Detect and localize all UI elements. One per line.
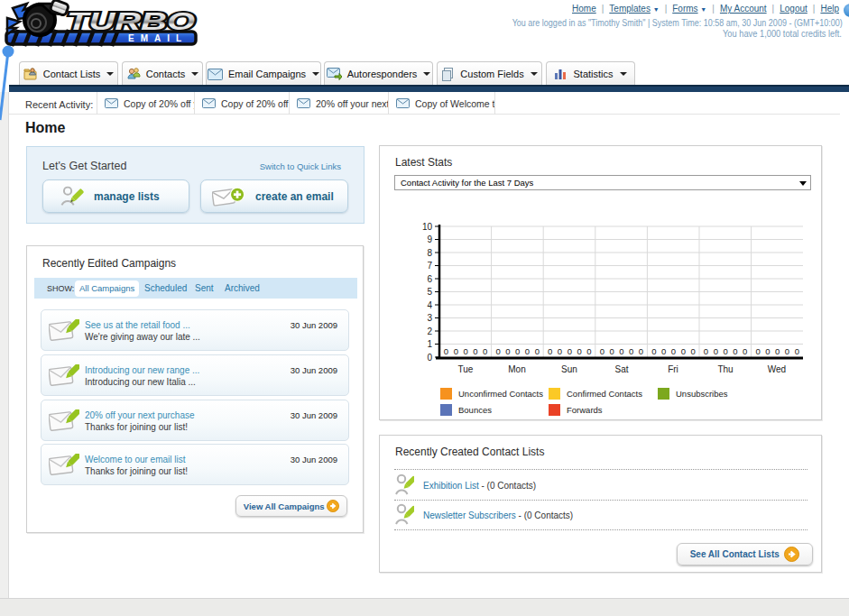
svg-text:0: 0 (463, 346, 467, 356)
svg-text:0: 0 (600, 346, 604, 356)
svg-text:8: 8 (427, 248, 432, 258)
svg-text:Sat: Sat (614, 364, 628, 374)
svg-text:0: 0 (661, 346, 666, 356)
svg-text:0: 0 (690, 346, 695, 356)
svg-text:4: 4 (427, 300, 432, 310)
svg-text:0: 0 (577, 346, 581, 356)
svg-text:0: 0 (535, 346, 540, 356)
svg-text:0: 0 (765, 346, 770, 356)
svg-text:0: 0 (515, 346, 520, 356)
svg-text:Wed: Wed (768, 364, 786, 374)
svg-text:2: 2 (427, 326, 432, 336)
svg-text:0: 0 (723, 346, 727, 356)
svg-text:10: 10 (422, 222, 433, 232)
svg-text:0: 0 (651, 346, 656, 356)
svg-text:0: 0 (785, 346, 789, 356)
svg-text:Sun: Sun (561, 364, 577, 374)
svg-text:0: 0 (586, 346, 591, 356)
svg-text:3: 3 (427, 313, 432, 323)
svg-text:TURBO: TURBO (67, 8, 195, 35)
svg-text:0: 0 (733, 346, 737, 356)
svg-text:0: 0 (444, 346, 448, 356)
svg-text:0: 0 (714, 346, 718, 356)
svg-text:0: 0 (775, 346, 780, 356)
svg-text:0: 0 (639, 346, 643, 356)
svg-text:0: 0 (704, 346, 708, 356)
svg-text:Unsubscribes: Unsubscribes (676, 389, 728, 399)
svg-text:0: 0 (495, 346, 500, 356)
svg-text:1: 1 (427, 339, 432, 349)
svg-text:0: 0 (427, 353, 432, 363)
svg-text:0: 0 (629, 346, 633, 356)
svg-text:0: 0 (483, 346, 487, 356)
svg-text:5: 5 (427, 287, 432, 297)
svg-text:0: 0 (609, 346, 614, 356)
svg-text:0: 0 (671, 346, 676, 356)
svg-text:0: 0 (454, 346, 458, 356)
svg-text:0: 0 (619, 346, 623, 356)
svg-text:0: 0 (568, 346, 572, 356)
svg-text:0: 0 (743, 346, 747, 356)
svg-text:Tue: Tue (458, 364, 474, 374)
svg-text:0: 0 (558, 346, 562, 356)
svg-text:6: 6 (427, 274, 432, 284)
svg-text:0: 0 (755, 346, 760, 356)
svg-text:Thu: Thu (717, 364, 733, 374)
svg-text:0: 0 (548, 346, 552, 356)
svg-text:Confirmed Contacts: Confirmed Contacts (567, 389, 642, 399)
svg-text:Fri: Fri (668, 364, 678, 374)
svg-text:0: 0 (681, 346, 686, 356)
svg-text:0: 0 (505, 346, 510, 356)
svg-text:0: 0 (473, 346, 477, 356)
svg-text:9: 9 (427, 234, 432, 244)
svg-text:Bounces: Bounces (458, 405, 492, 415)
svg-text:Mon: Mon (508, 364, 525, 374)
svg-text:0: 0 (525, 346, 530, 356)
svg-text:7: 7 (427, 261, 432, 271)
svg-text:Forwards: Forwards (567, 405, 603, 415)
svg-text:0: 0 (795, 346, 799, 356)
svg-text:Unconfirmed Contacts: Unconfirmed Contacts (458, 389, 543, 399)
